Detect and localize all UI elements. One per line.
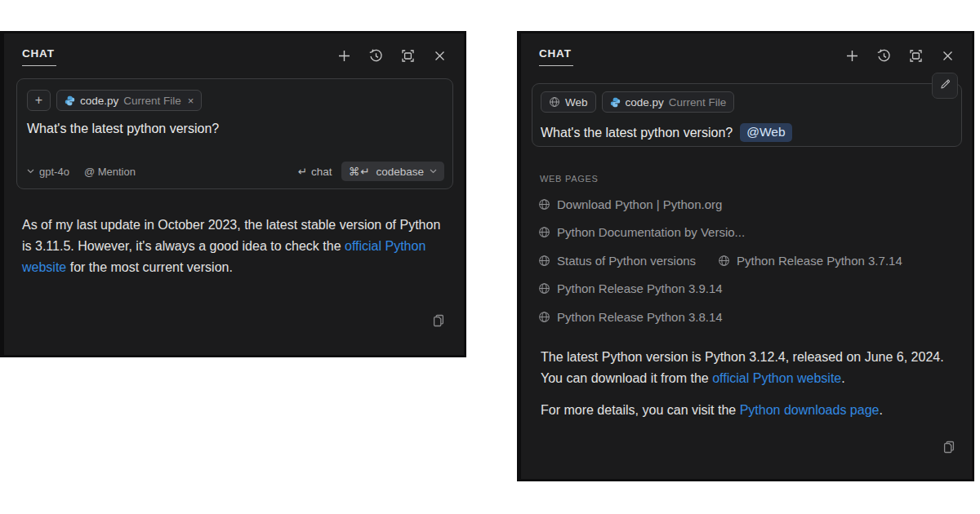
mention-button[interactable]: @ Mention — [84, 166, 136, 178]
chip-filename: code.py — [80, 95, 118, 107]
model-selector[interactable]: gpt-4o — [27, 166, 69, 178]
context-chips-row: Web code.py Current File — [541, 91, 953, 113]
chip-filename: code.py — [626, 96, 664, 109]
response-text: for the most current version. — [66, 260, 233, 274]
expand-icon[interactable] — [907, 47, 924, 64]
web-page-link[interactable]: Python Documentation by Versio... — [538, 225, 745, 239]
chat-submit-hint[interactable]: ↵chat — [298, 165, 332, 178]
expand-icon[interactable] — [399, 47, 416, 64]
enter-key-glyph: ↵ — [298, 166, 307, 178]
web-mention-token[interactable]: @Web — [740, 123, 791, 142]
input-toolbar: gpt-4o @ Mention ↵chat ⌘↵ codebase — [27, 162, 444, 181]
close-icon[interactable] — [431, 47, 448, 64]
new-chat-icon[interactable] — [844, 47, 860, 64]
globe-icon — [549, 96, 560, 108]
copy-icon[interactable] — [942, 440, 956, 458]
context-chips-row: + code.py Current File × — [27, 90, 443, 111]
header-icons — [336, 47, 448, 64]
add-context-button[interactable]: + — [27, 90, 51, 111]
web-pages-section-label: WEB PAGES — [540, 174, 972, 184]
header-icons — [844, 47, 956, 64]
web-context-chip[interactable]: Web — [541, 91, 596, 113]
web-page-row: Download Python | Python.org — [538, 190, 957, 219]
chip-close-icon[interactable]: × — [188, 95, 194, 107]
assistant-response: As of my last update in October 2023, th… — [22, 215, 449, 278]
chip-context-label: Current File — [123, 95, 181, 107]
assistant-response: The latest Python version is Python 3.12… — [541, 347, 954, 421]
python-file-icon — [65, 95, 75, 106]
web-page-link[interactable]: Status of Python versions — [538, 254, 696, 268]
web-page-link[interactable]: Python Release Python 3.7.14 — [718, 254, 902, 268]
globe-icon — [718, 255, 730, 267]
submit-actions: ↵chat ⌘↵ codebase — [298, 162, 444, 181]
close-icon[interactable] — [939, 47, 956, 64]
globe-icon — [538, 255, 550, 267]
chevron-down-icon — [430, 169, 437, 174]
chat-tab-title[interactable]: CHAT — [22, 46, 56, 66]
response-paragraph: For more details, you can visit the Pyth… — [541, 400, 954, 421]
response-paragraph: The latest Python version is Python 3.12… — [541, 347, 954, 389]
user-question-text[interactable]: What's the latest python version? — [27, 122, 443, 136]
codebase-submit-button[interactable]: ⌘↵ codebase — [341, 162, 444, 181]
chip-context-label: Current File — [669, 96, 727, 109]
new-chat-icon[interactable] — [336, 47, 352, 64]
python-downloads-page-link[interactable]: Python downloads page — [740, 403, 880, 417]
history-icon[interactable] — [368, 47, 384, 64]
pencil-icon — [939, 78, 951, 93]
file-context-chip[interactable]: code.py Current File × — [56, 90, 202, 111]
web-page-link[interactable]: Python Release Python 3.8.14 — [538, 310, 723, 324]
codebase-label: codebase — [376, 166, 424, 178]
globe-icon — [538, 311, 550, 323]
python-file-icon — [610, 97, 621, 108]
web-page-row: Python Release Python 3.8.14 — [538, 303, 957, 331]
panel-header: CHAT — [4, 33, 464, 66]
web-page-link[interactable]: Download Python | Python.org — [538, 197, 722, 211]
chat-panel-left: CHAT + — [0, 31, 466, 357]
model-name: gpt-4o — [39, 166, 69, 178]
web-page-link[interactable]: Python Release Python 3.9.14 — [538, 281, 723, 295]
history-icon[interactable] — [875, 47, 892, 64]
web-page-row: Status of Python versions Python Release… — [538, 246, 957, 275]
copy-icon[interactable] — [431, 313, 446, 331]
chat-tab-title[interactable]: CHAT — [539, 46, 573, 66]
chat-input-box[interactable]: + code.py Current File × What's the late… — [16, 78, 453, 189]
file-context-chip[interactable]: code.py Current File — [602, 91, 735, 113]
web-page-row: Python Documentation by Versio... — [538, 219, 957, 247]
chip-label: Web — [565, 96, 588, 109]
cmd-enter-glyph: ⌘↵ — [349, 165, 371, 178]
official-python-website-link[interactable]: official Python website — [712, 371, 841, 385]
chat-input-box[interactable]: Web code.py Current File What's the late… — [532, 83, 962, 147]
chat-panel-right: CHAT — [517, 31, 974, 481]
edit-message-button[interactable] — [932, 73, 958, 99]
chevron-down-icon — [27, 169, 34, 174]
panel-header: CHAT — [521, 33, 972, 66]
globe-icon — [538, 198, 550, 210]
web-pages-list: Download Python | Python.org Python Docu… — [538, 190, 957, 331]
web-page-row: Python Release Python 3.9.14 — [538, 275, 957, 304]
globe-icon — [538, 226, 550, 238]
user-question-text[interactable]: What's the latest python version? @Web — [541, 123, 953, 142]
globe-icon — [538, 282, 550, 295]
